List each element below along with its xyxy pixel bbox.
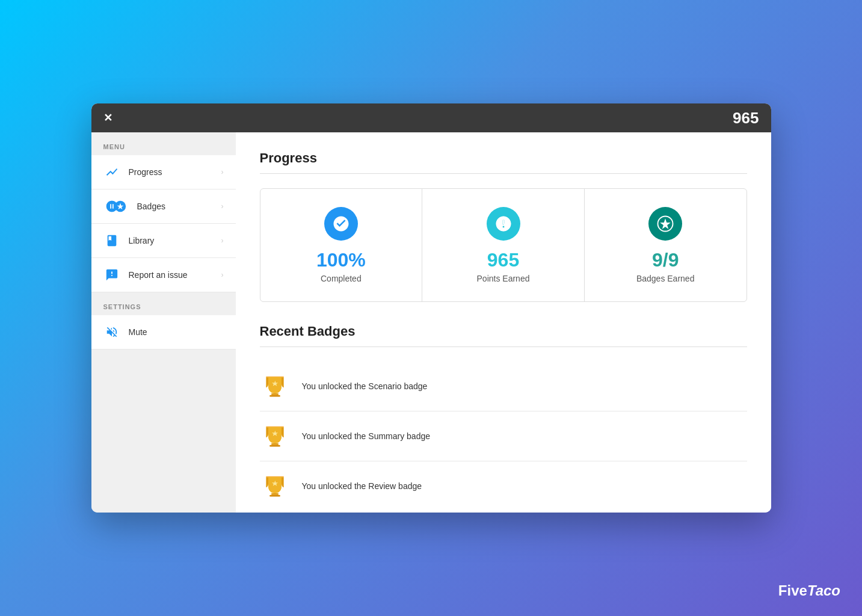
- completed-label: Completed: [321, 274, 362, 283]
- app-window: ✕ 965 MENU Progress ›: [91, 103, 771, 513]
- svg-rect-3: [271, 393, 279, 395]
- svg-rect-7: [271, 493, 279, 495]
- sidebar-item-mute[interactable]: Mute: [91, 315, 236, 350]
- badge-item-scenario: You unlocked the Scenario badge: [260, 362, 747, 411]
- svg-rect-8: [269, 495, 280, 497]
- settings-section-label: SETTINGS: [91, 292, 236, 315]
- badge-scenario-text: You unlocked the Scenario badge: [302, 381, 428, 391]
- badge-summary-text: You unlocked the Summary badge: [302, 431, 431, 441]
- badge-item-summary: You unlocked the Summary badge: [260, 411, 747, 461]
- svg-rect-4: [269, 395, 280, 397]
- badges-earned-value: 9/9: [652, 249, 679, 271]
- points-value: 965: [487, 249, 519, 271]
- points-label: Points Earned: [477, 274, 530, 283]
- points-card: 965 Points Earned: [422, 189, 585, 301]
- brand-taco: Taco: [807, 582, 840, 599]
- completed-card: 100% Completed: [260, 189, 423, 301]
- brand-five: Five: [778, 582, 807, 599]
- trophy-review-icon: [260, 471, 290, 501]
- badges-section-title: Recent Badges: [260, 324, 747, 339]
- sidebar-item-library[interactable]: Library ›: [91, 224, 236, 258]
- mute-icon: [103, 324, 120, 340]
- progress-section-title: Progress: [260, 150, 747, 166]
- badges-divider: [260, 346, 747, 347]
- report-icon: [103, 266, 120, 283]
- close-button[interactable]: ✕: [103, 111, 112, 125]
- trophy-scenario-icon: [260, 371, 290, 401]
- chevron-icon: ›: [221, 202, 224, 211]
- completed-value: 100%: [316, 249, 366, 271]
- app-body: MENU Progress ›: [91, 132, 771, 513]
- library-label: Library: [129, 236, 221, 245]
- progress-divider: [260, 173, 747, 174]
- progress-icon: [103, 164, 120, 180]
- mute-label: Mute: [129, 327, 224, 337]
- main-content: Progress 100% Completed: [236, 132, 771, 513]
- badge-item-review: You unlocked the Review badge: [260, 461, 747, 511]
- chevron-icon: ›: [221, 236, 224, 245]
- score-display: 965: [733, 109, 759, 128]
- progress-label: Progress: [129, 167, 221, 177]
- badges-icon-star: [112, 198, 129, 215]
- points-icon: [487, 207, 520, 241]
- sidebar-item-progress[interactable]: Progress ›: [91, 155, 236, 189]
- progress-cards: 100% Completed 965 Points Earned: [260, 188, 747, 302]
- menu-section-label: MENU: [91, 132, 236, 155]
- sidebar: MENU Progress ›: [91, 132, 236, 513]
- completed-icon: [324, 207, 358, 241]
- badges-earned-icon: [648, 207, 682, 241]
- titlebar: ✕ 965: [91, 103, 771, 132]
- chevron-icon: ›: [221, 168, 224, 176]
- brand: FiveTaco: [778, 582, 840, 599]
- svg-rect-5: [271, 443, 279, 445]
- badges-earned-label: Badges Earned: [636, 274, 695, 283]
- report-label: Report an issue: [129, 270, 221, 280]
- sidebar-item-badges[interactable]: Badges ›: [91, 189, 236, 224]
- trophy-summary-icon: [260, 421, 290, 451]
- svg-rect-6: [269, 445, 280, 447]
- sidebar-item-report[interactable]: Report an issue ›: [91, 258, 236, 292]
- library-icon: [103, 232, 120, 249]
- badge-review-text: You unlocked the Review badge: [302, 481, 422, 491]
- badges-label: Badges: [137, 202, 221, 211]
- badges-card: 9/9 Badges Earned: [585, 189, 747, 301]
- chevron-icon: ›: [221, 271, 224, 279]
